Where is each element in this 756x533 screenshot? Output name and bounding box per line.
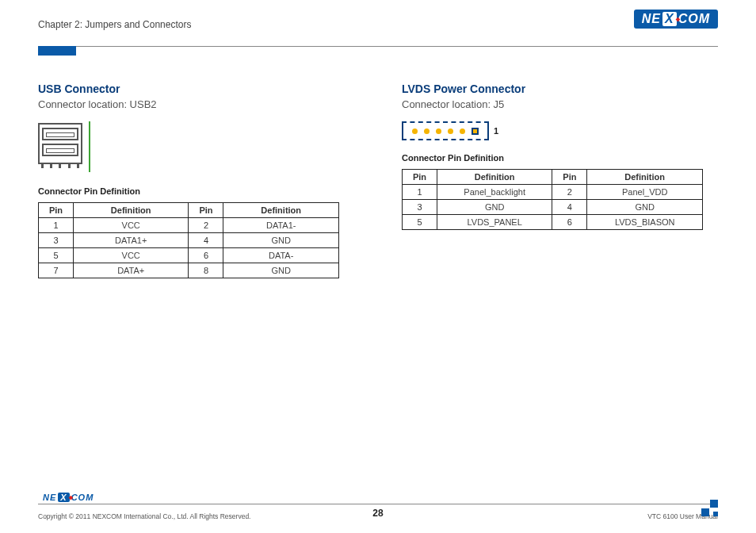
def-cell: VCC bbox=[73, 248, 189, 263]
usb-subtitle: Connector location: USB2 bbox=[38, 98, 354, 110]
lvds-subtitle: Connector location: J5 bbox=[402, 98, 718, 110]
pin1-square-icon bbox=[472, 128, 479, 135]
col-def: Definition bbox=[437, 170, 552, 185]
pin-cell: 5 bbox=[39, 248, 74, 263]
header-tab bbox=[38, 46, 76, 56]
logo-part-x: X bbox=[662, 12, 677, 26]
lvds-pin-table: Pin Definition Pin Definition 1 Panel_ba… bbox=[402, 169, 703, 230]
pin-cell: 6 bbox=[189, 248, 223, 263]
lvds-title: LVDS Power Connector bbox=[402, 82, 718, 95]
page-number: 28 bbox=[372, 508, 383, 519]
pin-dot-icon bbox=[436, 128, 441, 134]
pin-dot-icon bbox=[412, 128, 418, 134]
usb-title: USB Connector bbox=[38, 82, 354, 95]
def-cell: LVDS_PANEL bbox=[437, 215, 552, 230]
usb-pin-table: Pin Definition Pin Definition 1 VCC 2 DA… bbox=[38, 202, 339, 278]
def-cell: Panel_backlight bbox=[437, 185, 552, 200]
page-header: Chapter 2: Jumpers and Connectors NEXCOM bbox=[38, 16, 718, 41]
col-pin: Pin bbox=[403, 170, 437, 185]
def-cell: GND bbox=[587, 200, 703, 215]
col-pin: Pin bbox=[189, 203, 223, 218]
logo-part-com: COM bbox=[678, 12, 710, 26]
usb-section: USB Connector Connector location: USB2 C… bbox=[38, 82, 354, 278]
page-footer: NEXCOM Copyright © 2011 NEXCOM Internati… bbox=[38, 489, 718, 520]
logo-part-ne: NE bbox=[43, 493, 56, 502]
def-cell: DATA+ bbox=[73, 263, 189, 278]
pin-cell: 1 bbox=[403, 185, 437, 200]
header-rule bbox=[38, 46, 718, 47]
col-def: Definition bbox=[73, 203, 189, 218]
def-cell: DATA- bbox=[223, 248, 339, 263]
def-cell: GND bbox=[437, 200, 552, 215]
col-def: Definition bbox=[587, 170, 703, 185]
pin-cell: 2 bbox=[552, 185, 587, 200]
def-cell: LVDS_BIASON bbox=[587, 215, 703, 230]
pin-dot-icon bbox=[424, 128, 430, 134]
table-row: 5 LVDS_PANEL 6 LVDS_BIASON bbox=[403, 215, 703, 230]
lvds-section: LVDS Power Connector Connector location:… bbox=[402, 82, 718, 278]
pin-cell: 1 bbox=[39, 218, 74, 233]
table-row: 1 Panel_backlight 2 Panel_VDD bbox=[403, 185, 703, 200]
logo-part-x: X bbox=[58, 493, 69, 502]
table-row: 7 DATA+ 8 GND bbox=[39, 263, 339, 278]
lvds-table-title: Connector Pin Definition bbox=[402, 153, 718, 163]
usb-connector-diagram bbox=[38, 121, 90, 172]
copyright-text: Copyright © 2011 NEXCOM International Co… bbox=[38, 508, 250, 520]
pin-cell: 7 bbox=[39, 263, 74, 278]
pin-cell: 6 bbox=[552, 215, 587, 230]
footer-squares-icon bbox=[701, 500, 718, 516]
lvds-housing-icon bbox=[402, 121, 489, 140]
def-cell: DATA1+ bbox=[73, 233, 189, 248]
table-header-row: Pin Definition Pin Definition bbox=[39, 203, 339, 218]
pin-cell: 3 bbox=[39, 233, 74, 248]
logo-part-ne: NE bbox=[642, 12, 661, 26]
def-cell: VCC bbox=[73, 218, 189, 233]
pin-dot-icon bbox=[460, 128, 465, 134]
table-row: 3 GND 4 GND bbox=[403, 200, 703, 215]
content-area: USB Connector Connector location: USB2 C… bbox=[38, 82, 718, 278]
col-pin: Pin bbox=[39, 203, 74, 218]
pin1-label: 1 bbox=[494, 126, 498, 136]
table-row: 1 VCC 2 DATA1- bbox=[39, 218, 339, 233]
pin-cell: 5 bbox=[403, 215, 437, 230]
col-pin: Pin bbox=[552, 170, 587, 185]
usb-port-icon bbox=[42, 144, 78, 156]
logo-part-com: COM bbox=[71, 493, 94, 502]
def-cell: DATA1- bbox=[223, 218, 339, 233]
pin-dot-icon bbox=[448, 128, 453, 134]
pin-cell: 3 bbox=[403, 200, 437, 215]
def-cell: Panel_VDD bbox=[587, 185, 703, 200]
lvds-connector-diagram: 1 bbox=[402, 121, 718, 140]
pin-cell: 4 bbox=[189, 233, 223, 248]
footer-row: Copyright © 2011 NEXCOM International Co… bbox=[38, 504, 718, 520]
nexcom-logo-bottom: NEXCOM bbox=[38, 489, 718, 504]
chapter-title: Chapter 2: Jumpers and Connectors bbox=[38, 16, 191, 30]
usb-housing-icon bbox=[38, 123, 82, 164]
def-cell: GND bbox=[223, 233, 339, 248]
pin-cell: 8 bbox=[189, 263, 223, 278]
def-cell: GND bbox=[223, 263, 339, 278]
pin-cell: 2 bbox=[189, 218, 223, 233]
table-header-row: Pin Definition Pin Definition bbox=[403, 170, 703, 185]
usb-port-icon bbox=[42, 128, 78, 140]
pin-cell: 4 bbox=[552, 200, 587, 215]
usb-table-title: Connector Pin Definition bbox=[38, 186, 354, 196]
col-def: Definition bbox=[223, 203, 339, 218]
nexcom-logo-top: NEXCOM bbox=[634, 10, 718, 29]
table-row: 5 VCC 6 DATA- bbox=[39, 248, 339, 263]
table-row: 3 DATA1+ 4 GND bbox=[39, 233, 339, 248]
